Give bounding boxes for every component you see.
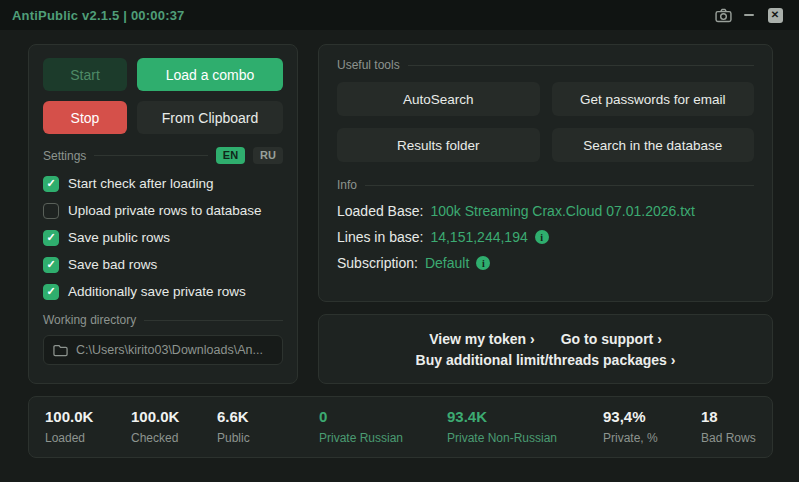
stat-value: 93,4% — [603, 408, 701, 425]
stat-label: Bad Rows — [701, 431, 756, 445]
settings-checkbox-list: Start check after loading Upload private… — [43, 170, 283, 305]
settings-heading: Settings EN RU — [43, 147, 283, 164]
stop-button[interactable]: Stop — [43, 101, 127, 134]
close-button[interactable]: ✕ — [763, 4, 787, 26]
from-clipboard-button[interactable]: From Clipboard — [137, 101, 283, 134]
checkbox-start-check-after-loading[interactable]: Start check after loading — [43, 170, 283, 197]
stat-private-non-russian: 93.4K Private Non-Russian — [447, 408, 603, 445]
autosearch-button[interactable]: AutoSearch — [337, 82, 540, 116]
stat-label: Private Russian — [319, 431, 447, 445]
stat-label: Loaded — [45, 431, 131, 445]
links-row-bottom: Buy additional limit/threads packages › — [416, 352, 676, 368]
info-label: Info — [337, 178, 357, 192]
lines-in-base-label: Lines in base: — [337, 229, 423, 245]
checkbox-label: Additionally save private rows — [68, 284, 246, 299]
load-combo-button[interactable]: Load a combo — [137, 58, 283, 91]
checkbox-save-private-rows[interactable]: Additionally save private rows — [43, 278, 283, 305]
stat-value: 100.0K — [131, 408, 217, 425]
minimize-icon — [744, 14, 754, 16]
info-icon[interactable]: i — [535, 230, 549, 244]
tools-info-panel: Useful tools AutoSearch Get passwords fo… — [318, 44, 773, 302]
stat-checked: 100.0K Checked — [131, 408, 217, 445]
checkbox-label: Save public rows — [68, 230, 170, 245]
subscription-value: Default — [425, 255, 469, 271]
divider — [144, 320, 283, 321]
checkbox-icon — [43, 284, 59, 300]
working-directory-heading: Working directory — [43, 313, 283, 327]
info-icon[interactable]: i — [476, 256, 490, 270]
loaded-base-row: Loaded Base: 100k Streaming Crax.Cloud 0… — [337, 198, 754, 224]
divider — [94, 155, 207, 156]
lines-in-base-row: Lines in base: 14,151,244,194 i — [337, 224, 754, 250]
minimize-button[interactable] — [737, 4, 761, 26]
stat-bad-rows: 18 Bad Rows — [701, 408, 756, 445]
checkbox-label: Upload private rows to database — [68, 203, 262, 218]
stat-public: 6.6K Public — [217, 408, 319, 445]
stat-value: 100.0K — [45, 408, 131, 425]
checkbox-label: Start check after loading — [68, 176, 214, 191]
subscription-row: Subscription: Default i — [337, 250, 754, 276]
subscription-label: Subscription: — [337, 255, 418, 271]
close-icon: ✕ — [768, 8, 783, 23]
stat-label: Private Non-Russian — [447, 431, 603, 445]
go-to-support-link[interactable]: Go to support › — [561, 331, 662, 347]
view-my-token-link[interactable]: View my token › — [429, 331, 535, 347]
stat-value: 0 — [319, 408, 447, 425]
window-title: AntiPublic v2.1.5 | 00:00:37 — [12, 8, 185, 23]
checkbox-icon — [43, 176, 59, 192]
stats-panel: 100.0K Loaded 100.0K Checked 6.6K Public… — [28, 396, 773, 458]
lines-in-base-value: 14,151,244,194 — [430, 229, 527, 245]
checkbox-label: Save bad rows — [68, 257, 157, 272]
language-toggle-en[interactable]: EN — [216, 147, 245, 164]
titlebar: AntiPublic v2.1.5 | 00:00:37 ✕ — [0, 0, 799, 30]
settings-label: Settings — [43, 149, 86, 163]
stat-value: 6.6K — [217, 408, 319, 425]
links-row-top: View my token › Go to support › — [429, 331, 662, 347]
info-heading: Info — [337, 178, 754, 192]
buy-packages-link[interactable]: Buy additional limit/threads packages › — [416, 352, 676, 368]
info-rows: Loaded Base: 100k Streaming Crax.Cloud 0… — [337, 198, 754, 276]
working-directory-label: Working directory — [43, 313, 136, 327]
loaded-base-value: 100k Streaming Crax.Cloud 07.01.2026.txt — [430, 203, 695, 219]
divider — [408, 65, 754, 66]
working-directory-path: C:\Users\kirito03\Downloads\An... — [76, 343, 263, 357]
screenshot-button[interactable] — [711, 4, 735, 26]
loaded-base-label: Loaded Base: — [337, 203, 423, 219]
divider — [365, 185, 754, 186]
stat-private-percent: 93,4% Private, % — [603, 408, 701, 445]
results-folder-button[interactable]: Results folder — [337, 128, 540, 162]
app-window: AntiPublic v2.1.5 | 00:00:37 ✕ Start Loa… — [0, 0, 799, 482]
start-button[interactable]: Start — [43, 58, 127, 91]
action-buttons: Start Load a combo Stop From Clipboard — [43, 58, 283, 134]
stat-value: 93.4K — [447, 408, 603, 425]
stat-label: Private, % — [603, 431, 701, 445]
stat-value: 18 — [701, 408, 756, 425]
useful-tools-heading: Useful tools — [337, 58, 754, 72]
folder-icon — [53, 344, 68, 357]
camera-icon — [715, 8, 732, 23]
language-toggle-ru[interactable]: RU — [253, 147, 283, 164]
stat-label: Public — [217, 431, 319, 445]
controls-panel: Start Load a combo Stop From Clipboard S… — [28, 44, 298, 384]
checkbox-icon — [43, 203, 59, 219]
checkbox-save-bad-rows[interactable]: Save bad rows — [43, 251, 283, 278]
checkbox-save-public-rows[interactable]: Save public rows — [43, 224, 283, 251]
useful-tools-grid: AutoSearch Get passwords for email Resul… — [337, 82, 754, 162]
checkbox-upload-private-rows[interactable]: Upload private rows to database — [43, 197, 283, 224]
stat-loaded: 100.0K Loaded — [45, 408, 131, 445]
links-panel: View my token › Go to support › Buy addi… — [318, 314, 773, 384]
stat-label: Checked — [131, 431, 217, 445]
get-passwords-button[interactable]: Get passwords for email — [552, 82, 755, 116]
useful-tools-label: Useful tools — [337, 58, 400, 72]
search-database-button[interactable]: Search in the database — [552, 128, 755, 162]
checkbox-icon — [43, 230, 59, 246]
checkbox-icon — [43, 257, 59, 273]
stat-private-russian: 0 Private Russian — [319, 408, 447, 445]
working-directory-input[interactable]: C:\Users\kirito03\Downloads\An... — [43, 335, 283, 365]
